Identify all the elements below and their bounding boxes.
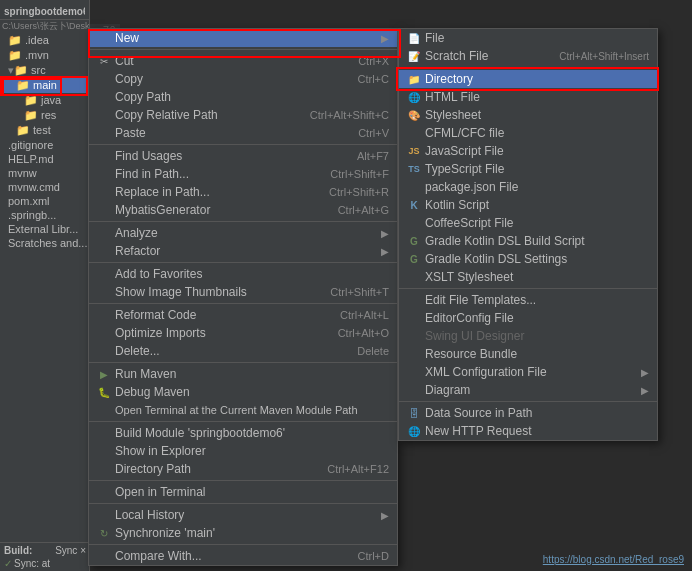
separator-5 — [89, 303, 397, 304]
menu-item-compare-with[interactable]: Compare With... Ctrl+D — [89, 547, 397, 565]
menu-item-replace-in-path[interactable]: Replace in Path... Ctrl+Shift+R — [89, 183, 397, 201]
project-item-springb[interactable]: .springb... — [0, 208, 89, 222]
submenu-item-http-request[interactable]: 🌐 New HTTP Request — [399, 422, 657, 440]
editorconfig-icon — [407, 311, 421, 325]
coffee-icon — [407, 216, 421, 230]
menu-item-local-history[interactable]: Local History ▶ — [89, 506, 397, 524]
menu-item-cut[interactable]: ✂ Cut Ctrl+X — [89, 52, 397, 70]
menu-item-copy-relative-path[interactable]: Copy Relative Path Ctrl+Alt+Shift+C — [89, 106, 397, 124]
menu-item-mybatis[interactable]: MybatisGenerator Ctrl+Alt+G — [89, 201, 397, 219]
submenu-item-coffeescript[interactable]: CoffeeScript File — [399, 214, 657, 232]
sync-button[interactable]: Sync × — [55, 545, 86, 556]
submenu-item-editorconfig[interactable]: EditorConfig File — [399, 309, 657, 327]
project-item-main[interactable]: 📁 main — [0, 78, 89, 93]
submenu-item-xml-config[interactable]: XML Configuration File ▶ — [399, 363, 657, 381]
project-item-external[interactable]: External Libr... — [0, 222, 89, 236]
dir-path-icon — [97, 462, 111, 476]
xml-icon — [407, 365, 421, 379]
http-icon: 🌐 — [407, 424, 421, 438]
menu-item-add-favorites[interactable]: Add to Favorites — [89, 265, 397, 283]
separator-1 — [89, 49, 397, 50]
project-item-helpmd[interactable]: HELP.md — [0, 152, 89, 166]
project-item-test[interactable]: 📁 test — [0, 123, 89, 138]
debug-maven-icon: 🐛 — [97, 385, 111, 399]
gradle-settings-icon: G — [407, 252, 421, 266]
show-explorer-icon — [97, 444, 111, 458]
menu-item-copy-path[interactable]: Copy Path — [89, 88, 397, 106]
submenu-item-xslt[interactable]: XSLT Stylesheet — [399, 268, 657, 286]
swing-icon — [407, 329, 421, 343]
submenu-item-resource-bundle[interactable]: Resource Bundle — [399, 345, 657, 363]
local-history-icon — [97, 508, 111, 522]
submenu-item-html[interactable]: 🌐 HTML File — [399, 88, 657, 106]
local-history-arrow: ▶ — [381, 510, 389, 521]
separator-6 — [89, 362, 397, 363]
cfml-icon — [407, 126, 421, 140]
menu-item-refactor[interactable]: Refactor ▶ — [89, 242, 397, 260]
submenu-item-edit-templates[interactable]: Edit File Templates... — [399, 291, 657, 309]
separator-10 — [89, 544, 397, 545]
submenu-item-data-source[interactable]: 🗄 Data Source in Path — [399, 404, 657, 422]
project-item-idea[interactable]: 📁 .idea — [0, 33, 89, 48]
menu-item-new[interactable]: New ▶ — [89, 29, 397, 47]
submenu-item-typescript[interactable]: TS TypeScript File — [399, 160, 657, 178]
find-in-path-icon — [97, 167, 111, 181]
separator-8 — [89, 480, 397, 481]
submenu-item-kotlin-script[interactable]: K Kotlin Script — [399, 196, 657, 214]
project-item-mvnw[interactable]: mvnw — [0, 166, 89, 180]
menu-item-open-in-terminal[interactable]: Open in Terminal — [89, 483, 397, 501]
menu-item-show-thumbnails[interactable]: Show Image Thumbnails Ctrl+Shift+T — [89, 283, 397, 301]
menu-item-optimize-imports[interactable]: Optimize Imports Ctrl+Alt+O — [89, 324, 397, 342]
menu-item-open-terminal-maven[interactable]: Open Terminal at the Current Maven Modul… — [89, 401, 397, 419]
submenu-item-package-json[interactable]: package.json File — [399, 178, 657, 196]
separator-7 — [89, 421, 397, 422]
xml-arrow: ▶ — [641, 367, 649, 378]
submenu-sep-1 — [399, 67, 657, 68]
menu-item-delete[interactable]: Delete... Delete — [89, 342, 397, 360]
menu-item-reformat[interactable]: Reformat Code Ctrl+Alt+L — [89, 306, 397, 324]
submenu-item-javascript[interactable]: JS JavaScript File — [399, 142, 657, 160]
menu-item-analyze[interactable]: Analyze ▶ — [89, 224, 397, 242]
submenu-item-file[interactable]: 📄 File — [399, 29, 657, 47]
project-item-mvn[interactable]: 📁 .mvn — [0, 48, 89, 63]
context-menu-main: New ▶ ✂ Cut Ctrl+X Copy Ctrl+C Copy Path… — [88, 28, 398, 566]
project-item-gitignore[interactable]: .gitignore — [0, 138, 89, 152]
submenu-item-diagram[interactable]: Diagram ▶ — [399, 381, 657, 399]
project-item-pomxml[interactable]: pom.xml — [0, 194, 89, 208]
project-item-mvnwcmd[interactable]: mvnw.cmd — [0, 180, 89, 194]
submenu-item-gradle-dsl[interactable]: G Gradle Kotlin DSL Build Script — [399, 232, 657, 250]
xslt-icon — [407, 270, 421, 284]
submenu-item-scratch[interactable]: 📝 Scratch File Ctrl+Alt+Shift+Insert — [399, 47, 657, 65]
submenu-sep-2 — [399, 288, 657, 289]
project-item-src[interactable]: ▾📁 src — [0, 63, 89, 78]
diagram-arrow: ▶ — [641, 385, 649, 396]
kotlin-icon: K — [407, 198, 421, 212]
project-item-java[interactable]: 📁 java — [0, 93, 89, 108]
compare-icon — [97, 549, 111, 563]
submenu-item-cfml[interactable]: CFML/CFC file — [399, 124, 657, 142]
project-item-scratches[interactable]: Scratches and... — [0, 236, 89, 250]
project-panel: springbootdemo6 C:\Users\张云卜\Desktop\z..… — [0, 0, 90, 571]
submenu-item-directory[interactable]: 📁 Directory — [399, 70, 657, 88]
menu-item-find-usages[interactable]: Find Usages Alt+F7 — [89, 147, 397, 165]
menu-item-copy[interactable]: Copy Ctrl+C — [89, 70, 397, 88]
reformat-icon — [97, 308, 111, 322]
menu-item-debug-maven[interactable]: 🐛 Debug Maven — [89, 383, 397, 401]
submenu-item-stylesheet[interactable]: 🎨 Stylesheet — [399, 106, 657, 124]
menu-item-build-module[interactable]: Build Module 'springbootdemo6' — [89, 424, 397, 442]
menu-item-show-explorer[interactable]: Show in Explorer — [89, 442, 397, 460]
project-item-res[interactable]: 📁 res — [0, 108, 89, 123]
ts-icon: TS — [407, 162, 421, 176]
menu-item-directory-path[interactable]: Directory Path Ctrl+Alt+F12 — [89, 460, 397, 478]
stylesheet-icon: 🎨 — [407, 108, 421, 122]
build-panel: Build: Sync × ✓ Sync: at — [0, 542, 90, 571]
menu-item-paste[interactable]: Paste Ctrl+V — [89, 124, 397, 142]
menu-item-run-maven[interactable]: ▶ Run Maven — [89, 365, 397, 383]
scratch-icon: 📝 — [407, 49, 421, 63]
submenu-item-gradle-settings[interactable]: G Gradle Kotlin DSL Settings — [399, 250, 657, 268]
menu-item-synchronize[interactable]: ↻ Synchronize 'main' — [89, 524, 397, 542]
run-maven-icon: ▶ — [97, 367, 111, 381]
separator-9 — [89, 503, 397, 504]
menu-item-find-in-path[interactable]: Find in Path... Ctrl+Shift+F — [89, 165, 397, 183]
file-icon: 📄 — [407, 31, 421, 45]
